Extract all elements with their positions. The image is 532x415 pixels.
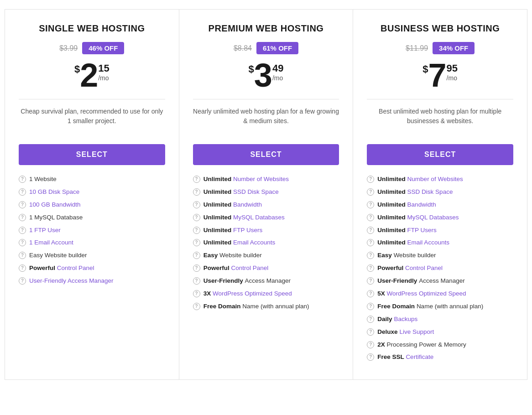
feature-link-text[interactable]: 1 FTP User <box>29 227 61 233</box>
plan-description-premium: Nearly unlimited web hosting plan for a … <box>193 107 339 134</box>
question-icon[interactable]: ? <box>193 277 200 285</box>
feature-link-text[interactable]: SSD Disk Space <box>407 188 453 195</box>
discount-badge-single: 46% OFF <box>82 42 124 54</box>
price-mo-premium: /mo <box>272 74 283 82</box>
feature-bold-text: Unlimited <box>377 239 407 246</box>
question-icon[interactable]: ? <box>367 265 374 272</box>
feature-plain-text: Processing Power & Memory <box>387 341 466 348</box>
question-icon[interactable]: ? <box>367 188 374 196</box>
question-icon[interactable]: ? <box>367 277 374 285</box>
feature-link-text[interactable]: FTP Users <box>407 227 437 233</box>
original-price-premium: $8.84 <box>234 44 252 52</box>
divider-business <box>367 99 513 99</box>
question-icon[interactable]: ? <box>367 227 374 234</box>
feature-bold-text: Free Domain <box>203 303 243 310</box>
feature-link-text[interactable]: Control Panel <box>405 265 443 271</box>
feature-link-text[interactable]: MySQL Databases <box>407 214 459 221</box>
select-button-single[interactable]: SELECT <box>19 144 165 165</box>
question-icon[interactable]: ? <box>367 176 374 183</box>
price-cents-mo-premium: 49/mo <box>272 62 283 82</box>
feature-link-text[interactable]: Number of Websites <box>233 176 289 182</box>
question-icon[interactable]: ? <box>19 214 26 221</box>
question-icon[interactable]: ? <box>19 176 26 183</box>
feature-link-text[interactable]: SSD Disk Space <box>233 188 279 195</box>
list-item: ?Deluxe Live Support <box>367 328 513 337</box>
question-icon[interactable]: ? <box>193 227 200 234</box>
question-icon[interactable]: ? <box>193 265 200 272</box>
question-icon[interactable]: ? <box>193 239 200 246</box>
feature-link-text[interactable]: Bandwidth <box>407 201 436 208</box>
select-button-business[interactable]: SELECT <box>367 144 513 165</box>
price-dollar-business: $ <box>422 63 428 75</box>
question-icon[interactable]: ? <box>367 303 374 310</box>
feature-link-text[interactable]: Control Panel <box>57 265 94 271</box>
question-icon[interactable]: ? <box>19 265 26 272</box>
question-icon[interactable]: ? <box>19 188 26 196</box>
feature-link-text[interactable]: Number of Websites <box>407 176 463 182</box>
select-button-premium[interactable]: SELECT <box>193 144 339 165</box>
question-icon[interactable]: ? <box>367 214 374 221</box>
question-icon[interactable]: ? <box>193 176 200 183</box>
question-icon[interactable]: ? <box>193 303 200 310</box>
features-list-business: ?Unlimited Number of Websites?Unlimited … <box>367 175 513 362</box>
question-icon[interactable]: ? <box>367 328 374 336</box>
question-icon[interactable]: ? <box>367 201 374 208</box>
feature-link-text[interactable]: 100 GB Bandwidth <box>29 201 81 208</box>
question-icon[interactable]: ? <box>19 277 26 285</box>
feature-link-text[interactable]: Live Support <box>399 328 434 335</box>
question-icon[interactable]: ? <box>367 316 374 323</box>
list-item: ?User-Friendly Access Manager <box>19 277 165 285</box>
feature-link-text[interactable]: Bandwidth <box>233 201 262 208</box>
feature-bold-text: Easy <box>377 252 393 259</box>
question-icon[interactable]: ? <box>19 239 26 246</box>
list-item: ?Unlimited Email Accounts <box>193 239 339 247</box>
feature-link-text[interactable]: 10 GB Disk Space <box>29 188 79 195</box>
question-icon[interactable]: ? <box>19 252 26 259</box>
question-icon[interactable]: ? <box>367 290 374 297</box>
feature-link-text[interactable]: Control Panel <box>231 265 268 271</box>
question-icon[interactable]: ? <box>19 201 26 208</box>
feature-link-text[interactable]: 1 Email Account <box>29 239 73 246</box>
feature-bold-text: Free SSL <box>377 353 406 360</box>
question-icon[interactable]: ? <box>193 252 200 259</box>
price-dollar-single: $ <box>74 63 80 75</box>
feature-bold-text: Unlimited <box>377 188 407 195</box>
question-icon[interactable]: ? <box>367 341 374 348</box>
price-main-single: 2 <box>80 59 98 92</box>
feature-plain-text: Access Manager <box>419 277 465 284</box>
list-item: ?User-Friendly Access Manager <box>367 277 513 285</box>
original-price-business: $11.99 <box>406 44 428 52</box>
feature-link-text[interactable]: WordPress Optimized Speed <box>387 290 466 297</box>
price-main-business: 7 <box>428 59 447 92</box>
features-list-single: ?1 Website?10 GB Disk Space?100 GB Bandw… <box>19 175 165 285</box>
feature-plain-text: Website builder <box>394 252 436 259</box>
question-icon[interactable]: ? <box>193 201 200 208</box>
list-item: ?Easy Website builder <box>19 251 165 260</box>
plan-description-single: Cheap survival plan, recommended to use … <box>19 107 165 134</box>
feature-link-text[interactable]: Backups <box>394 316 417 322</box>
question-icon[interactable]: ? <box>19 227 26 234</box>
feature-link-text[interactable]: Email Accounts <box>233 239 275 246</box>
question-icon[interactable]: ? <box>367 239 374 246</box>
question-icon[interactable]: ? <box>367 353 374 361</box>
feature-link-text[interactable]: MySQL Databases <box>233 214 285 221</box>
discount-badge-business: 34% OFF <box>433 42 475 54</box>
question-icon[interactable]: ? <box>193 188 200 196</box>
feature-link-text[interactable]: User-Friendly Access Manager <box>29 277 114 284</box>
feature-bold-text: Powerful <box>29 265 57 271</box>
plan-card-business: BUSINESS WEB HOSTING$11.9934% OFF$795/mo… <box>353 9 527 380</box>
question-icon[interactable]: ? <box>367 252 374 259</box>
question-icon[interactable]: ? <box>193 290 200 297</box>
feature-bold-text: Powerful <box>203 265 231 271</box>
feature-plain-text: Name (with annual plan) <box>242 303 309 310</box>
list-item: ?3X WordPress Optimized Speed <box>193 290 339 298</box>
question-icon[interactable]: ? <box>193 214 200 221</box>
feature-bold-text: Unlimited <box>203 201 233 208</box>
list-item: ?Free SSL Certificate <box>367 353 513 362</box>
feature-link-text[interactable]: Email Accounts <box>407 239 449 246</box>
feature-link-text[interactable]: WordPress Optimized Speed <box>213 290 292 297</box>
feature-link-text[interactable]: FTP Users <box>233 227 262 233</box>
feature-link-text[interactable]: Certificate <box>406 353 433 360</box>
feature-bold-text: Deluxe <box>377 328 399 335</box>
feature-plain-text: Access Manager <box>245 277 291 284</box>
